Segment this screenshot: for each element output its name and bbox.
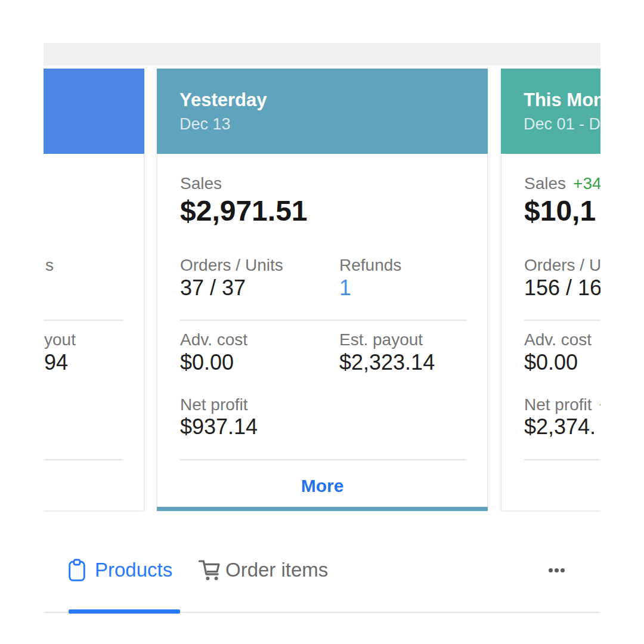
- stats-card-yesterday: Yesterday Dec 13 Sales $2,971.51 Orders …: [157, 69, 488, 511]
- stats-card-previous-partial: s yout 94: [44, 69, 144, 511]
- net-profit-change-badge: +: [599, 395, 600, 414]
- more-button[interactable]: More: [157, 476, 487, 496]
- card-header-this-month: This Month Dec 01 - De: [501, 69, 600, 154]
- sales-label-text: Sales: [524, 174, 566, 193]
- net-profit-label: Net profit: [180, 395, 248, 415]
- est-payout-label-fragment: yout: [44, 330, 76, 350]
- tab-overflow-menu-button[interactable]: [549, 561, 575, 580]
- sales-label: Sales+345.: [524, 174, 600, 194]
- orders-units-value: 156 / 16: [524, 275, 600, 301]
- ellipsis-icon: [555, 568, 559, 572]
- card-divider: [180, 459, 467, 460]
- sales-value: $10,1: [524, 194, 596, 228]
- clipboard-icon: [67, 559, 86, 581]
- est-payout-value: $2,323.14: [339, 349, 435, 376]
- net-profit-value: $937.14: [180, 414, 258, 440]
- card-divider: [44, 459, 123, 460]
- card-divider: [180, 320, 467, 321]
- stats-card-carousel[interactable]: s yout 94 Yesterday Dec 13 Sales $2,971.…: [44, 69, 600, 512]
- tab-products[interactable]: Products: [67, 556, 172, 584]
- adv-cost-label: Adv. cost: [180, 330, 247, 350]
- active-tab-indicator: [69, 609, 180, 614]
- orders-units-value: 37 / 37: [180, 275, 246, 301]
- ellipsis-icon: [561, 568, 565, 572]
- ellipsis-icon: [549, 568, 553, 572]
- sales-value: $2,971.51: [180, 194, 308, 228]
- card-divider: [44, 320, 123, 321]
- carousel-background-strip: [44, 43, 600, 66]
- card-date: Dec 13: [179, 114, 488, 134]
- net-profit-label-text: Net profit: [524, 395, 592, 414]
- refunds-value: 1: [339, 275, 351, 301]
- net-profit-value: $2,374.: [524, 414, 596, 440]
- orders-units-label: Orders / Units: [180, 255, 283, 275]
- sales-change-badge: +345.: [573, 174, 600, 193]
- orders-units-label: Orders / Units: [524, 255, 600, 275]
- card-header-yesterday: Yesterday Dec 13: [157, 69, 488, 154]
- adv-cost-value: $0.00: [524, 349, 578, 376]
- est-payout-label: Est. payout: [339, 330, 423, 350]
- sales-label: Sales: [180, 174, 222, 194]
- tab-products-label: Products: [95, 556, 172, 584]
- card-header-previous: [44, 69, 144, 154]
- card-title: Yesterday: [179, 89, 488, 112]
- tab-order-items[interactable]: Order items: [197, 556, 328, 584]
- card-divider: [524, 320, 600, 321]
- active-card-accent: [157, 507, 488, 511]
- est-payout-value-fragment: 94: [44, 349, 68, 376]
- card-date: Dec 01 - De: [524, 114, 600, 134]
- card-divider: [524, 459, 600, 460]
- shopping-cart-icon: [197, 558, 222, 583]
- tab-order-items-label: Order items: [225, 556, 328, 584]
- net-profit-label: Net profit+: [524, 395, 600, 415]
- refunds-label: Refunds: [339, 255, 401, 275]
- adv-cost-label: Adv. cost: [524, 330, 592, 350]
- refunds-label-fragment: s: [45, 255, 54, 275]
- stats-card-this-month: This Month Dec 01 - De Sales+345. $10,1 …: [501, 69, 600, 511]
- dashboard-screen: s yout 94 Yesterday Dec 13 Sales $2,971.…: [0, 0, 644, 644]
- adv-cost-value: $0.00: [180, 349, 234, 376]
- card-title: This Month: [524, 89, 600, 112]
